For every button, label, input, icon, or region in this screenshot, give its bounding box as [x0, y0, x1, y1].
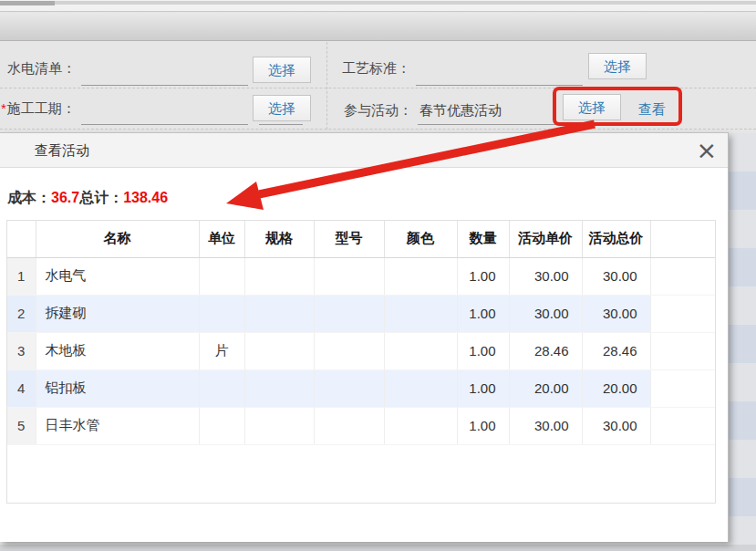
field-label-construction-period: *施工工期： — [1, 100, 76, 118]
cell-name: 水电气 — [36, 257, 199, 295]
form-row-divider — [0, 88, 756, 88]
cell-total: 30.00 — [582, 407, 650, 444]
row-num: 2 — [7, 295, 36, 332]
cell-extra — [650, 407, 715, 444]
cell-qty: 1.00 — [457, 407, 509, 444]
cell-unit — [199, 369, 244, 407]
table-row[interactable]: 5 日丰水管 1.00 30.00 30.00 — [7, 407, 715, 444]
cell-qty: 1.00 — [457, 332, 509, 369]
cell-color — [384, 369, 457, 407]
cell-price: 30.00 — [509, 295, 582, 332]
row-num: 3 — [7, 332, 36, 369]
activity-items-table: 名称 单位 规格 型号 颜色 数量 活动单价 活动总价 1 水电气 — [7, 221, 715, 445]
col-header-qty: 数量 — [457, 221, 509, 257]
process-standard-select-button[interactable]: 选择 — [588, 53, 647, 79]
row-num: 4 — [7, 369, 36, 407]
browser-chrome-strip — [0, 0, 756, 12]
cell-spec — [244, 369, 314, 407]
cell-color — [384, 295, 457, 332]
cell-price: 28.46 — [509, 332, 582, 369]
col-header-extra — [650, 221, 715, 257]
process-standard-input[interactable] — [416, 85, 583, 86]
row-num: 1 — [7, 257, 36, 295]
field-label-process-standard: 工艺标准： — [342, 60, 410, 78]
cell-spec — [244, 332, 314, 369]
table-header-row: 名称 单位 规格 型号 颜色 数量 活动单价 活动总价 — [7, 221, 715, 257]
cell-color — [384, 407, 457, 444]
cell-name: 铝扣板 — [36, 369, 199, 407]
col-header-num — [7, 221, 36, 257]
cell-model — [314, 257, 384, 295]
construction-period-input[interactable] — [81, 124, 248, 125]
cell-name: 木地板 — [36, 332, 199, 369]
col-header-name: 名称 — [36, 221, 199, 257]
table-row[interactable]: 4 铝扣板 1.00 20.00 20.00 — [7, 369, 715, 407]
table-row[interactable]: 2 拆建砌 1.00 30.00 30.00 — [7, 295, 715, 332]
total-value: 138.46 — [123, 190, 168, 205]
cell-color — [384, 257, 457, 295]
activity-select-button[interactable]: 选择 — [563, 94, 621, 120]
cell-qty: 1.00 — [457, 369, 509, 407]
cell-unit: 片 — [199, 332, 244, 369]
activity-value: 春节优惠活动 — [419, 102, 502, 120]
col-header-unit: 单位 — [199, 221, 244, 257]
col-header-spec: 规格 — [244, 221, 314, 257]
col-header-color: 颜色 — [384, 221, 457, 257]
cell-total: 28.46 — [582, 332, 650, 369]
form-column-divider — [326, 42, 327, 130]
page: { "form": { "field1_label": "水电清单：", "fi… — [0, 0, 756, 551]
cell-name: 日丰水管 — [36, 407, 199, 444]
cost-value: 36.7 — [51, 190, 79, 205]
col-header-model: 型号 — [314, 221, 384, 257]
activity-items-grid: 名称 单位 规格 型号 颜色 数量 活动单价 活动总价 1 水电气 — [6, 220, 716, 504]
dialog-header: 查看活动 × — [0, 133, 728, 168]
cell-qty: 1.00 — [457, 257, 509, 295]
cell-price: 30.00 — [509, 407, 582, 444]
cell-extra — [650, 257, 715, 295]
activity-view-button[interactable]: 查看 — [627, 97, 678, 122]
construction-period-input-2[interactable] — [259, 124, 303, 125]
view-activity-dialog: 查看活动 × 成本：36.7总计：138.46 名称 单位 规格 型号 颜色 数… — [0, 132, 729, 542]
cell-extra — [650, 295, 715, 332]
cell-unit — [199, 295, 244, 332]
hydropower-select-button[interactable]: 选择 — [253, 57, 311, 83]
cost-summary: 成本：36.7总计：138.46 — [7, 189, 168, 208]
background-table-stripes — [729, 133, 756, 545]
cell-spec — [244, 295, 314, 332]
cell-name: 拆建砌 — [36, 295, 199, 332]
cell-extra — [650, 369, 715, 407]
cell-total: 20.00 — [582, 369, 650, 407]
cell-spec — [244, 257, 314, 295]
cell-model — [314, 369, 384, 407]
cell-price: 30.00 — [509, 257, 582, 295]
col-header-total: 活动总价 — [582, 221, 650, 257]
total-label: 总计： — [79, 190, 123, 205]
cell-total: 30.00 — [582, 257, 650, 295]
cell-spec — [244, 407, 314, 444]
browser-strip — [55, 1, 756, 5]
cell-extra — [650, 332, 715, 369]
toolbar-bar — [0, 13, 756, 41]
cell-total: 30.00 — [582, 295, 650, 332]
table-row[interactable]: 3 木地板 片 1.00 28.46 28.46 — [7, 332, 715, 369]
cell-model — [314, 295, 384, 332]
hydropower-list-input[interactable] — [81, 85, 248, 86]
activity-input[interactable] — [418, 124, 641, 125]
field-label-hydropower-list: 水电清单： — [7, 60, 76, 78]
cell-model — [314, 332, 384, 369]
background-bottom-strip — [0, 545, 756, 551]
row-num: 5 — [7, 407, 36, 444]
dialog-title: 查看活动 — [35, 133, 89, 168]
field-label-activity: 参与活动： — [344, 102, 412, 120]
cell-unit — [199, 407, 244, 444]
browser-tab-fragment — [0, 1, 55, 5]
form-row-divider — [0, 129, 756, 130]
close-icon[interactable]: × — [696, 134, 717, 167]
cost-label: 成本： — [7, 190, 51, 205]
cell-price: 20.00 — [509, 369, 582, 407]
cell-color — [384, 332, 457, 369]
table-row[interactable]: 1 水电气 1.00 30.00 30.00 — [7, 257, 715, 295]
required-asterisk: * — [1, 100, 6, 116]
cell-unit — [199, 257, 244, 295]
construction-period-select-button[interactable]: 选择 — [253, 95, 311, 121]
